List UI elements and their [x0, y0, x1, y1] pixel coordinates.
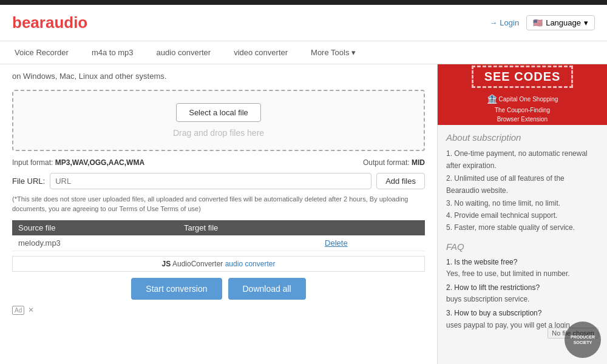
col-action [319, 220, 425, 235]
source-file-cell: melody.mp3 [12, 235, 178, 251]
faq-item-2: 2. How to lift the restrictions? buys su… [446, 282, 599, 305]
download-all-button[interactable]: Download all [228, 278, 306, 300]
capital-icon: 🏦 [487, 93, 497, 106]
top-bar [0, 0, 607, 5]
main-content: on Windows, Mac, Linux and other systems… [0, 64, 607, 364]
nav-item-m4a-to-mp3[interactable]: m4a to mp3 [89, 41, 136, 64]
delete-link[interactable]: Delete [325, 238, 348, 248]
logo-audio: audio [46, 13, 87, 32]
right-section: About subscription 1. One-time payment, … [438, 132, 607, 331]
start-conversion-button[interactable]: Start conversion [131, 278, 222, 300]
faq-item-1: 1. Is the website free? Yes, free to use… [446, 257, 599, 280]
intro-text: on Windows, Mac, Linux and other systems… [12, 70, 425, 83]
add-files-button[interactable]: Add files [376, 173, 425, 189]
output-format: Output format: MID [363, 158, 425, 167]
table-row: melody.mp3 Delete [12, 235, 425, 251]
login-button[interactable]: → Login [489, 18, 519, 27]
red-ad-banner: SEE CODES 🏦 Capital One Shopping The Cou… [438, 64, 607, 125]
file-table: Source file Target file melody.mp3 Delet… [12, 220, 425, 251]
nav-item-voice-recorder[interactable]: Voice Recorder [12, 41, 71, 64]
login-label: Login [500, 18, 519, 27]
col-target: Target file [178, 220, 319, 235]
audio-converter-text: AudioConverter [172, 260, 223, 268]
faq-title: FAQ [446, 241, 599, 252]
about-subscription-title: About subscription [446, 132, 599, 143]
subscription-list: 1. One-time payment, no automatic renewa… [446, 147, 599, 234]
login-arrow-icon: → [489, 18, 497, 27]
url-label: File URL: [12, 177, 45, 186]
ad-strip: Ad ✕ [12, 306, 425, 315]
drag-drop-text: Drag and drop files here [173, 128, 264, 138]
language-label: Language [546, 18, 581, 27]
watermark: PRODUCERSOCIETY [565, 322, 601, 358]
left-panel: on Windows, Mac, Linux and other systems… [0, 64, 437, 364]
col-source: Source file [12, 220, 178, 235]
audio-link[interactable]: audio converter [225, 260, 276, 268]
nav-item-video-converter[interactable]: video converter [231, 41, 290, 64]
select-file-button[interactable]: Select a local file [176, 103, 261, 122]
nav-item-audio-converter[interactable]: audio converter [154, 41, 214, 64]
ad-icon: Ad [12, 306, 24, 315]
format-info: Input format: MP3,WAV,OGG,AAC,WMA Output… [12, 158, 425, 167]
url-row: File URL: Add files [12, 173, 425, 189]
action-buttons: Start conversion Download all [12, 278, 425, 300]
disclaimer: (*This site does not store user uploaded… [12, 194, 425, 214]
subscription-item-2: 2. Unlimited use of all features of the … [446, 172, 599, 197]
header-right: → Login 🇺🇸 Language ▾ [489, 15, 595, 30]
subscription-item-4: 4. Provide email technical support. [446, 209, 599, 221]
target-file-cell [178, 235, 319, 251]
ad-x-icon[interactable]: ✕ [28, 306, 34, 314]
nav-item-more-tools[interactable]: More Tools ▾ [308, 41, 358, 64]
js-audio-banner: JS AudioConverter audio converter [12, 256, 425, 272]
input-format: Input format: MP3,WAV,OGG,AAC,WMA [12, 158, 144, 167]
see-codes-label: SEE CODES [484, 70, 561, 84]
faq-list: 1. Is the website free? Yes, free to use… [446, 257, 599, 331]
see-codes-container: SEE CODES [472, 66, 574, 88]
url-input[interactable] [50, 173, 371, 189]
subscription-item-5: 5. Faster, more stable quality of servic… [446, 221, 599, 234]
dropdown-arrow-icon: ▾ [351, 48, 356, 57]
subscription-item-1: 1. One-time payment, no automatic renewa… [446, 147, 599, 172]
language-button[interactable]: 🇺🇸 Language ▾ [526, 15, 595, 30]
ad-logo-text: 🏦 Capital One Shopping The Coupon-Findin… [487, 93, 558, 124]
upload-area: Select a local file Drag and drop files … [12, 90, 425, 151]
js-text: JS [162, 260, 171, 268]
chevron-down-icon: ▾ [584, 18, 588, 27]
logo-bear: bear [12, 13, 46, 32]
delete-cell: Delete [319, 235, 425, 251]
logo: bearaudio [12, 13, 87, 32]
subscription-item-3: 3. No waiting, no time limit, no limit. [446, 197, 599, 209]
right-panel: SEE CODES 🏦 Capital One Shopping The Cou… [437, 64, 607, 364]
flag-icon: 🇺🇸 [533, 18, 543, 27]
nav: Voice Recorder m4a to mp3 audio converte… [0, 41, 607, 64]
header: bearaudio → Login 🇺🇸 Language ▾ [0, 5, 607, 41]
